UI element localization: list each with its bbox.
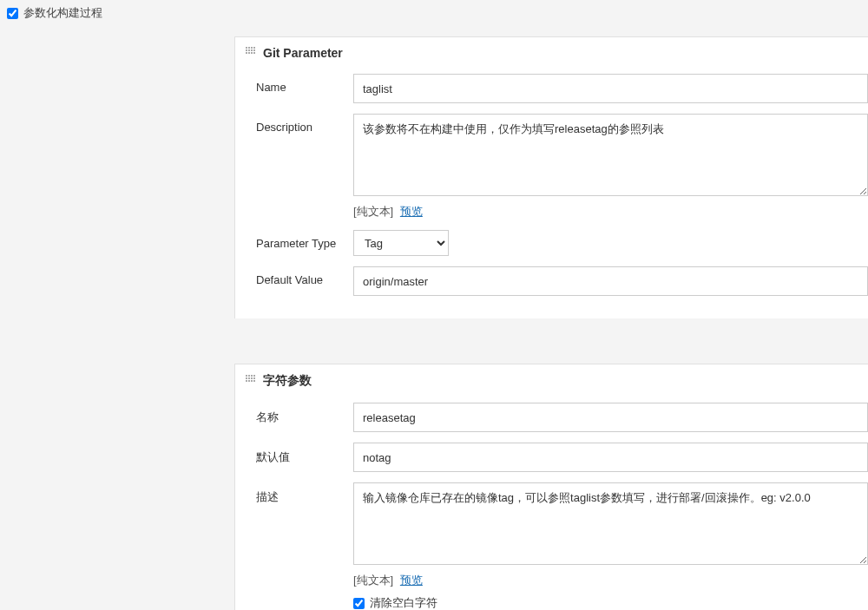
description-row: Description [纯文本] 预览 (235, 108, 868, 225)
parameter-type-label: Parameter Type (256, 230, 353, 250)
parameterized-build-label: 参数化构建过程 (23, 5, 102, 21)
trim-label: 清除空白字符 (370, 595, 437, 610)
description-textarea[interactable] (353, 114, 868, 196)
description-textarea-2[interactable] (353, 482, 868, 565)
name-input-2[interactable] (353, 403, 868, 432)
drag-handle-icon[interactable] (246, 47, 256, 59)
default-value-label-2: 默认值 (256, 443, 353, 465)
parameter-type-select[interactable]: Tag (353, 230, 449, 256)
description-label-2: 描述 (256, 482, 353, 505)
name-row: Name (235, 69, 868, 108)
string-parameter-title: 字符参数 (263, 373, 312, 389)
string-parameter-section: 字符参数 名称 默认值 描述 [纯文本] 预览 清除空白字符 (234, 364, 868, 610)
parameter-type-row: Parameter Type Tag (235, 225, 868, 261)
description-label: Description (256, 114, 353, 134)
string-parameter-header: 字符参数 (235, 364, 868, 397)
parameterized-build-checkbox[interactable] (7, 8, 18, 19)
description-row-2: 描述 [纯文本] 预览 清除空白字符 (235, 477, 868, 610)
default-value-row-2: 默认值 (235, 437, 868, 477)
git-parameter-header: Git Parameter (235, 37, 868, 69)
git-parameter-title: Git Parameter (263, 46, 343, 60)
git-parameter-section: Git Parameter Name Description [纯文本] 预览 … (234, 36, 868, 318)
default-value-input-2[interactable] (353, 443, 868, 472)
trim-checkbox[interactable] (353, 598, 365, 609)
parameterized-build-row: 参数化构建过程 (0, 0, 868, 26)
plain-text-label-2: [纯文本] (353, 574, 393, 587)
default-value-input[interactable] (353, 266, 868, 296)
description-format-row-2: [纯文本] 预览 (353, 573, 868, 588)
default-value-label: Default Value (256, 266, 353, 286)
default-value-row: Default Value (235, 261, 868, 301)
preview-link[interactable]: 预览 (400, 205, 423, 218)
plain-text-label: [纯文本] (353, 205, 393, 218)
drag-handle-icon[interactable] (246, 375, 256, 387)
name-input[interactable] (353, 74, 868, 103)
description-format-row: [纯文本] 预览 (353, 204, 868, 220)
name-label-2: 名称 (256, 403, 353, 425)
name-row-2: 名称 (235, 397, 868, 437)
trim-row: 清除空白字符 (353, 595, 868, 610)
preview-link-2[interactable]: 预览 (400, 574, 423, 587)
name-label: Name (256, 74, 353, 94)
